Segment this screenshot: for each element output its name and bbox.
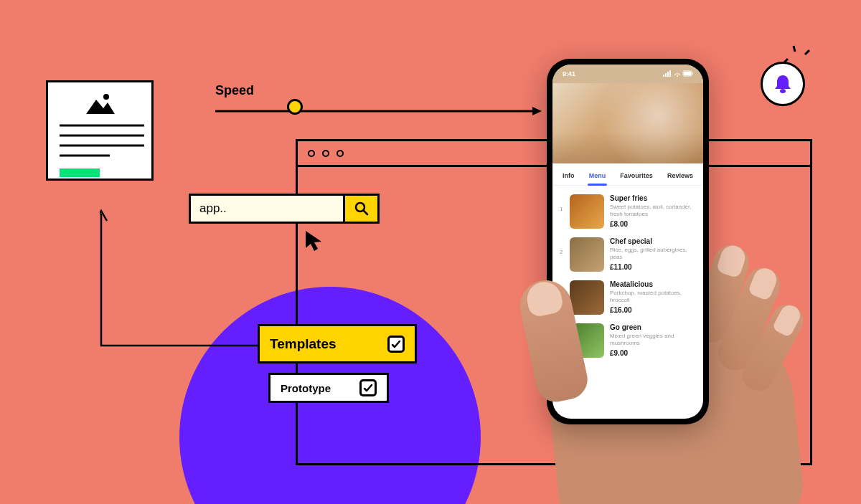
window-control-dot[interactable] (308, 150, 315, 157)
chip-label: Templates (270, 336, 337, 352)
bell-icon (773, 73, 793, 95)
menu-item-image (570, 194, 604, 229)
menu-item-title: Chef special (610, 237, 696, 245)
menu-item-desc: Porkchop, roasted potatoes, broccoli (610, 290, 696, 305)
templates-chip[interactable]: Templates (258, 324, 417, 363)
phone-time: 9:41 (563, 70, 575, 77)
tab-info[interactable]: Info (561, 169, 576, 185)
restaurant-hero-image (552, 83, 703, 163)
menu-item[interactable]: 4 Go green Mixed green veggies and mushr… (560, 319, 696, 362)
svg-marker-10 (306, 231, 321, 251)
speed-label: Speed (215, 83, 254, 98)
connector-arrow (100, 208, 265, 357)
menu-item-number: 3 (560, 280, 564, 298)
chip-label: Prototype (281, 382, 331, 394)
menu-item-image (570, 237, 604, 272)
svg-point-1 (103, 94, 109, 100)
window-control-dot[interactable] (337, 150, 344, 157)
menu-item-price: £16.00 (610, 306, 696, 314)
menu-item-title: Go green (610, 323, 696, 331)
status-icons (663, 70, 693, 78)
checkbox-checked-icon[interactable] (387, 336, 405, 353)
svg-marker-0 (86, 100, 115, 114)
document-lines (60, 123, 144, 158)
search-input[interactable] (191, 196, 343, 222)
notification-badge[interactable] (761, 62, 805, 106)
menu-item-number: 4 (560, 323, 564, 341)
speed-slider-handle[interactable] (287, 99, 303, 115)
search-icon (354, 201, 369, 216)
prototype-chip[interactable]: Prototype (268, 373, 389, 403)
menu-item[interactable]: 2 Chef special Rice, eggs, grilled auber… (560, 233, 696, 276)
menu-list: 1 Super fries Sweet potatoes, aioli, cor… (552, 186, 703, 419)
tab-reviews[interactable]: Reviews (666, 169, 695, 185)
svg-marker-7 (532, 107, 542, 115)
menu-item-title: Meatalicious (610, 280, 696, 288)
cursor-icon (304, 229, 323, 251)
phone-screen: 9:41 Info Menu Favourites Reviews 1 Supe… (552, 65, 703, 419)
svg-line-12 (794, 46, 795, 52)
document-accent-bar (60, 168, 100, 177)
menu-item[interactable]: 1 Super fries Sweet potatoes, aioli, cor… (560, 190, 696, 233)
svg-rect-21 (684, 72, 691, 75)
tab-favourites[interactable]: Favourites (618, 169, 654, 185)
search-box (189, 194, 380, 224)
menu-item-desc: Rice, eggs, grilled aubergines, peas (610, 247, 696, 262)
phone-status-bar: 9:41 (552, 65, 703, 83)
document-card (46, 80, 154, 181)
speed-arrow-line (215, 106, 542, 116)
menu-item-desc: Mixed green veggies and mushrooms (610, 333, 696, 348)
menu-item[interactable]: 3 Meatalicious Porkchop, roasted potatoe… (560, 276, 696, 319)
menu-item-number: 1 (560, 194, 564, 212)
menu-item-image (570, 323, 604, 358)
svg-point-14 (780, 89, 786, 93)
window-control-dot[interactable] (322, 150, 329, 157)
menu-item-desc: Sweet potatoes, aioli, coriander, fresh … (610, 204, 696, 219)
menu-item-image (570, 280, 604, 315)
tab-menu[interactable]: Menu (588, 169, 608, 185)
svg-rect-17 (667, 72, 669, 77)
phone-mockup: 9:41 Info Menu Favourites Reviews 1 Supe… (547, 59, 709, 424)
svg-rect-18 (669, 70, 671, 77)
search-button[interactable] (343, 196, 377, 222)
menu-item-title: Super fries (610, 194, 696, 202)
svg-rect-16 (665, 73, 667, 77)
menu-item-price: £9.00 (610, 349, 696, 357)
svg-rect-15 (663, 75, 664, 77)
svg-rect-22 (692, 72, 693, 75)
menu-item-number: 2 (560, 237, 564, 255)
menu-item-price: £11.00 (610, 263, 696, 271)
image-placeholder-icon (82, 92, 118, 115)
checkbox-checked-icon[interactable] (359, 379, 377, 396)
notification-ticks-icon (784, 44, 812, 65)
svg-line-13 (805, 50, 809, 54)
phone-tabs: Info Menu Favourites Reviews (552, 163, 703, 186)
menu-item-price: £8.00 (610, 220, 696, 228)
svg-point-19 (677, 75, 678, 77)
svg-line-9 (364, 211, 367, 214)
